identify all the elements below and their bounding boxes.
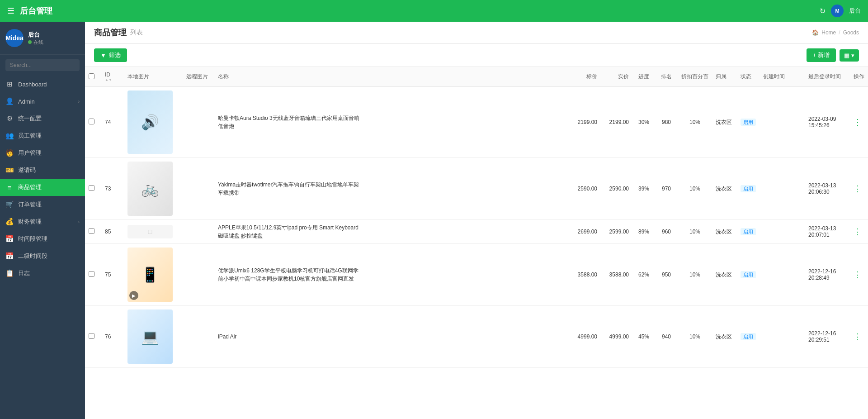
row-checkbox[interactable] bbox=[89, 185, 94, 191]
th-local-img: 本地图片 bbox=[124, 67, 183, 87]
row-progress: 30% bbox=[632, 87, 655, 158]
add-button[interactable]: + 新增 bbox=[807, 48, 836, 62]
sidebar-item-admin[interactable]: 👤 Admin › bbox=[0, 93, 85, 110]
row-id: 85 bbox=[101, 220, 124, 244]
filter-label: 筛选 bbox=[109, 51, 121, 59]
more-actions-icon[interactable]: ⋮ bbox=[854, 332, 862, 341]
sidebar-item-time-period[interactable]: 📅 时间段管理 bbox=[0, 230, 85, 248]
row-local-img: 🔊 bbox=[124, 87, 183, 158]
row-create-time bbox=[760, 306, 805, 368]
sidebar-item-label: 用户管理 bbox=[18, 149, 42, 157]
row-rank: 950 bbox=[655, 244, 678, 306]
th-name: 名称 bbox=[214, 67, 569, 87]
sidebar-item-label: 二级时间段 bbox=[18, 252, 47, 260]
row-action[interactable]: ⋮ bbox=[850, 244, 868, 306]
filter-button[interactable]: ▼ 筛选 bbox=[94, 48, 127, 62]
row-checkbox[interactable] bbox=[89, 333, 94, 339]
row-discount: 10% bbox=[678, 158, 712, 220]
table-row: 75 📱 ▶ 优学派Umix6 128G学生平板电脑学习机可打电话4G联网学前小… bbox=[85, 244, 868, 306]
more-actions-icon[interactable]: ⋮ bbox=[854, 118, 862, 127]
row-last-login: 2022-03-13 20:07:01 bbox=[805, 220, 850, 244]
row-remote-img bbox=[183, 244, 214, 306]
menu-icon[interactable]: ☰ bbox=[7, 6, 14, 16]
sidebar-item-order-manage[interactable]: 🛒 订单管理 bbox=[0, 196, 85, 213]
row-progress: 39% bbox=[632, 158, 655, 220]
user-name-header: 后台 bbox=[849, 7, 861, 15]
chevron-right-icon: › bbox=[78, 99, 80, 104]
goods-icon: ≡ bbox=[5, 184, 14, 191]
row-discount: 10% bbox=[678, 220, 712, 244]
row-checkbox[interactable] bbox=[89, 119, 94, 124]
sidebar-user-info: 后台 在线 bbox=[28, 31, 43, 46]
sidebar-item-label: 统一配置 bbox=[18, 114, 42, 123]
refresh-icon[interactable]: ↻ bbox=[820, 7, 826, 15]
product-name-text: Yakima走时器twotimer汽车拖车钩自行车架山地雪地单车架车载携带 bbox=[218, 181, 363, 197]
row-category: 洗衣区 bbox=[712, 158, 737, 220]
th-create-time: 创建时间 bbox=[760, 67, 805, 87]
row-rank: 960 bbox=[655, 220, 678, 244]
row-action[interactable]: ⋮ bbox=[850, 87, 868, 158]
toolbar-right: + 新增 ▦ ▾ bbox=[807, 48, 859, 62]
sidebar-item-finance[interactable]: 💰 财务管理 › bbox=[0, 213, 85, 230]
select-all-checkbox[interactable] bbox=[89, 73, 94, 79]
filter-icon: ▼ bbox=[100, 52, 106, 59]
row-price: 2590.00 bbox=[569, 158, 601, 220]
user-avatar: M bbox=[831, 5, 844, 17]
row-price: 3588.00 bbox=[569, 244, 601, 306]
view-toggle-button[interactable]: ▦ ▾ bbox=[840, 49, 859, 62]
row-action[interactable]: ⋮ bbox=[850, 158, 868, 220]
search-input[interactable] bbox=[5, 59, 80, 71]
sidebar-item-second-period[interactable]: 📅 二级时间段 bbox=[0, 248, 85, 265]
row-action[interactable]: ⋮ bbox=[850, 306, 868, 368]
employee-icon: 👥 bbox=[5, 132, 14, 140]
row-id: 76 bbox=[101, 306, 124, 368]
sidebar-item-user-manage[interactable]: 🧑 用户管理 bbox=[0, 144, 85, 162]
sidebar-item-dashboard[interactable]: ⊞ Dashboard bbox=[0, 76, 85, 93]
more-actions-icon[interactable]: ⋮ bbox=[854, 184, 862, 193]
sidebar-item-invite-code[interactable]: 🎫 邀请码 bbox=[0, 162, 85, 179]
row-id: 73 bbox=[101, 158, 124, 220]
top-header: ☰ 后台管理 ↻ M 后台 bbox=[0, 0, 868, 22]
user-icon: 🧑 bbox=[5, 149, 14, 157]
more-actions-icon[interactable]: ⋮ bbox=[854, 227, 862, 236]
app-title: 后台管理 bbox=[20, 5, 52, 16]
sidebar-item-unified-config[interactable]: ⚙ 统一配置 bbox=[0, 110, 85, 127]
table-body: 74 🔊 哈曼卡顿Aura Studio 3无线蓝牙音箱琉璃三代家用桌面音响低音… bbox=[85, 87, 868, 368]
sidebar-item-employee[interactable]: 👥 员工管理 bbox=[0, 127, 85, 144]
toolbar: ▼ 筛选 + 新增 ▦ ▾ bbox=[85, 44, 868, 67]
th-status: 状态 bbox=[737, 67, 760, 87]
status-text: 在线 bbox=[33, 39, 43, 46]
sidebar-item-label: 日志 bbox=[18, 269, 30, 277]
row-checkbox-cell bbox=[85, 306, 101, 368]
row-checkbox[interactable] bbox=[89, 228, 94, 234]
th-rank: 排名 bbox=[655, 67, 678, 87]
th-id[interactable]: ID ▲▼ bbox=[101, 67, 124, 87]
row-local-img: 🚲 bbox=[124, 158, 183, 220]
sidebar-item-log[interactable]: 📋 日志 bbox=[0, 265, 85, 282]
table-row: 76 💻 iPad Air 4999.00 4999.00 45% 940 10… bbox=[85, 306, 868, 368]
sidebar-status: 在线 bbox=[28, 39, 43, 46]
time-icon: 📅 bbox=[5, 235, 14, 243]
sidebar-item-goods-manage[interactable]: ≡ 商品管理 bbox=[0, 179, 85, 196]
page-title: 商品管理 bbox=[94, 27, 127, 38]
th-actual-price: 实价 bbox=[601, 67, 632, 87]
more-actions-icon[interactable]: ⋮ bbox=[854, 270, 862, 279]
row-discount: 10% bbox=[678, 306, 712, 368]
sidebar-item-label: Admin bbox=[18, 98, 35, 105]
th-action: 操作 bbox=[850, 67, 868, 87]
sidebar-search[interactable] bbox=[0, 55, 85, 76]
status-badge: 启用 bbox=[741, 271, 756, 278]
row-progress: 62% bbox=[632, 244, 655, 306]
row-checkbox[interactable] bbox=[89, 271, 94, 277]
row-discount: 10% bbox=[678, 244, 712, 306]
row-local-img: 💻 bbox=[124, 306, 183, 368]
row-actual-price: 4999.00 bbox=[601, 306, 632, 368]
th-id-label: ID bbox=[105, 71, 110, 78]
row-action[interactable]: ⋮ bbox=[850, 220, 868, 244]
breadcrumb-home[interactable]: Home bbox=[821, 29, 836, 36]
row-checkbox-cell bbox=[85, 220, 101, 244]
sidebar-user-section: Midea 后台 在线 bbox=[0, 22, 85, 55]
row-actual-price: 2590.00 bbox=[601, 158, 632, 220]
product-name-text: 优学派Umix6 128G学生平板电脑学习机可打电话4G联网学前小学初中高中课本… bbox=[218, 267, 363, 283]
order-icon: 🛒 bbox=[5, 200, 14, 209]
